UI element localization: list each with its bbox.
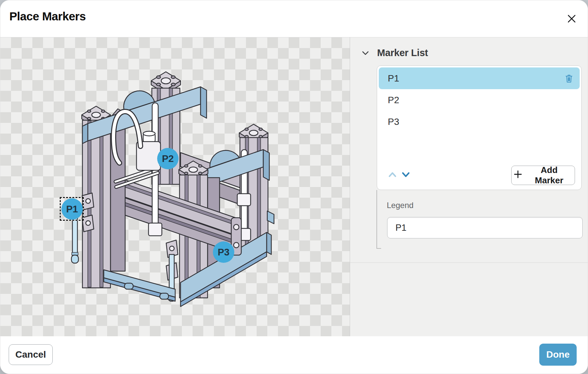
- plus-icon: [514, 170, 522, 181]
- chevron-up-icon: [388, 174, 397, 179]
- place-markers-dialog: Place Markers: [0, 0, 588, 374]
- move-down-button[interactable]: [401, 172, 410, 178]
- canvas-marker-p2[interactable]: P2: [157, 148, 179, 169]
- dialog-footer: Cancel Done: [0, 336, 588, 374]
- legend-input[interactable]: [387, 217, 583, 238]
- trash-icon[interactable]: [565, 74, 573, 83]
- legend-label: Legend: [387, 201, 413, 210]
- marker-list-item-p3[interactable]: P3: [379, 111, 580, 133]
- add-marker-label: Add Marker: [526, 165, 573, 186]
- marker-item-label: P2: [388, 95, 399, 106]
- cancel-button[interactable]: Cancel: [9, 344, 53, 365]
- canvas-marker-p3[interactable]: P3: [213, 241, 234, 263]
- chevron-down-icon[interactable]: [361, 50, 369, 56]
- done-button[interactable]: Done: [539, 344, 577, 366]
- close-icon: [567, 14, 577, 25]
- marker-canvas[interactable]: P1 P2 P3: [0, 37, 350, 336]
- legend-connector-line: [376, 190, 381, 249]
- dialog-title: Place Markers: [9, 10, 86, 23]
- marker-item-label: P1: [388, 73, 399, 84]
- close-button[interactable]: [565, 12, 578, 26]
- frame-illustration: [0, 37, 350, 336]
- marker-list-title: Marker List: [377, 47, 428, 58]
- marker-list-item-p1[interactable]: P1: [379, 67, 580, 89]
- list-controls: Add Marker: [379, 166, 580, 186]
- marker-item-label: P3: [388, 117, 399, 127]
- panel-divider: [350, 262, 588, 263]
- dialog-header: Place Markers: [0, 0, 588, 37]
- marker-list: P1 P2 P3: [377, 65, 582, 190]
- chevron-down-icon: [401, 174, 410, 179]
- marker-list-item-p2[interactable]: P2: [379, 89, 580, 111]
- move-up-button[interactable]: [388, 172, 397, 178]
- canvas-marker-p1[interactable]: P1: [61, 198, 83, 220]
- add-marker-button[interactable]: Add Marker: [511, 166, 575, 185]
- marker-panel: Marker List P1 P2 P3: [350, 37, 588, 336]
